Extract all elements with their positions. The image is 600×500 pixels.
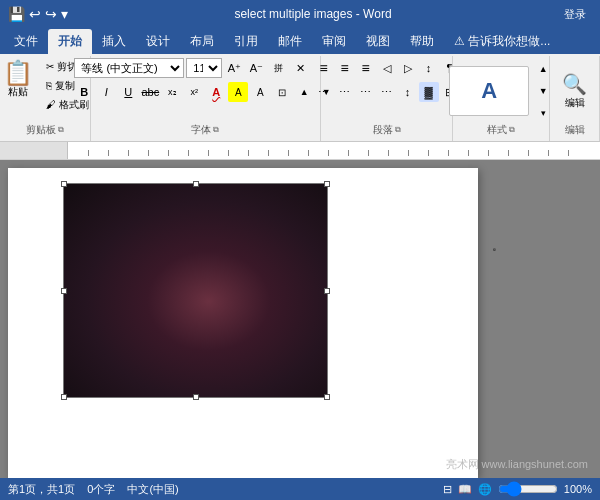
line-spacing-button[interactable]: ↕ bbox=[398, 82, 418, 102]
ruler-main bbox=[68, 142, 600, 159]
font-size-select[interactable]: 11 bbox=[186, 58, 222, 78]
paste-label: 粘贴 bbox=[8, 85, 28, 99]
styles-gallery[interactable]: A bbox=[449, 66, 529, 116]
font-size-input-up[interactable]: ▲ bbox=[294, 82, 314, 102]
highlight-button[interactable]: A bbox=[228, 82, 248, 102]
tab-layout[interactable]: 布局 bbox=[180, 29, 224, 54]
ruler-tick bbox=[368, 150, 369, 156]
view-web-icon[interactable]: 🌐 bbox=[478, 483, 492, 496]
char-border-button[interactable]: ⊡ bbox=[272, 82, 292, 102]
font-size-up-button[interactable]: A⁺ bbox=[224, 58, 244, 78]
zoom-slider[interactable] bbox=[498, 483, 558, 495]
ruler-tick bbox=[468, 150, 469, 156]
font-color-button[interactable]: A bbox=[206, 82, 226, 102]
redo-icon[interactable]: ↪ bbox=[45, 6, 57, 22]
image-handle-bm[interactable] bbox=[193, 394, 199, 400]
styles-group: A ▲ ▼ ▾ 样式 ⧉ bbox=[453, 56, 550, 141]
status-right: ⊟ 📖 🌐 100% bbox=[443, 483, 592, 496]
window-title: select multiple images - Word bbox=[68, 7, 558, 21]
view-read-icon[interactable]: 📖 bbox=[458, 483, 472, 496]
ruler-tick bbox=[448, 150, 449, 156]
justify-button[interactable]: ⋯ bbox=[377, 82, 397, 102]
image-handle-tm[interactable] bbox=[193, 181, 199, 187]
paragraph-controls: ≡ ≡ ≡ ◁ ▷ ↕ ¶ ⋯ ⋯ ⋯ ⋯ ↕ ▓ ⊞ bbox=[314, 58, 460, 123]
ribbon-content: 📋 粘贴 ✂ 剪切 ⎘ 复制 🖌 格式刷 剪贴板 ⧉ bbox=[0, 54, 600, 142]
numbering-button[interactable]: ≡ bbox=[335, 58, 355, 78]
ruler-left bbox=[0, 142, 68, 159]
ruler-tick bbox=[388, 150, 389, 156]
ruler-tick bbox=[128, 150, 129, 156]
paragraph-label: 段落 ⧉ bbox=[373, 123, 401, 139]
styles-expand-icon[interactable]: ⧉ bbox=[509, 125, 515, 135]
find-icon: 🔍 bbox=[562, 72, 587, 96]
bold-button[interactable]: B bbox=[74, 82, 94, 102]
font-name-row: 等线 (中文正文) 11 A⁺ A⁻ 拼 ✕ bbox=[74, 58, 310, 78]
view-layout-icon[interactable]: ⊟ bbox=[443, 483, 452, 496]
ruler-tick bbox=[88, 150, 89, 156]
clipboard-label: 剪贴板 ⧉ bbox=[26, 123, 64, 139]
clipboard-expand-icon[interactable]: ⧉ bbox=[58, 125, 64, 135]
language-info: 中文(中国) bbox=[127, 482, 178, 497]
tab-mailings[interactable]: 邮件 bbox=[268, 29, 312, 54]
undo-icon[interactable]: ↩ bbox=[29, 6, 41, 22]
status-left: 第1页，共1页 0个字 中文(中国) bbox=[8, 482, 179, 497]
tab-file[interactable]: 文件 bbox=[4, 29, 48, 54]
tab-home[interactable]: 开始 bbox=[48, 29, 92, 54]
font-name-select[interactable]: 等线 (中文正文) bbox=[74, 58, 184, 78]
editing-label: 编辑 bbox=[565, 96, 585, 110]
font-expand-icon[interactable]: ⧉ bbox=[213, 125, 219, 135]
align-center-button[interactable]: ⋯ bbox=[335, 82, 355, 102]
tab-references[interactable]: 引用 bbox=[224, 29, 268, 54]
char-shading-button[interactable]: A bbox=[250, 82, 270, 102]
quick-access-toolbar: 💾 ↩ ↪ ▾ bbox=[8, 6, 68, 22]
tab-review[interactable]: 审阅 bbox=[312, 29, 356, 54]
image-handle-br[interactable] bbox=[324, 394, 330, 400]
ruler-tick bbox=[528, 150, 529, 156]
tab-design[interactable]: 设计 bbox=[136, 29, 180, 54]
ruler-tick bbox=[108, 150, 109, 156]
clear-format-button[interactable]: ✕ bbox=[290, 58, 310, 78]
paste-button[interactable]: 📋 粘贴 bbox=[0, 58, 40, 102]
increase-indent-button[interactable]: ▷ bbox=[398, 58, 418, 78]
editing-group: 🔍 编辑 编辑 bbox=[550, 56, 600, 141]
ribbon-tabs: 文件 开始 插入 设计 布局 引用 邮件 审阅 视图 帮助 ⚠ 告诉我你想做..… bbox=[0, 28, 600, 54]
paragraph-expand-icon[interactable]: ⧉ bbox=[395, 125, 401, 135]
image-handle-bl[interactable] bbox=[61, 394, 67, 400]
tab-help[interactable]: 帮助 bbox=[400, 29, 444, 54]
sort-button[interactable]: ↕ bbox=[419, 58, 439, 78]
italic-button[interactable]: I bbox=[96, 82, 116, 102]
save-icon[interactable]: 💾 bbox=[8, 6, 25, 22]
align-left-button[interactable]: ⋯ bbox=[314, 82, 334, 102]
decrease-indent-button[interactable]: ◁ bbox=[377, 58, 397, 78]
login-button[interactable]: 登录 bbox=[558, 5, 592, 24]
inserted-image[interactable] bbox=[63, 183, 328, 398]
image-handle-ml[interactable] bbox=[61, 288, 67, 294]
styles-content: A ▲ ▼ ▾ bbox=[449, 58, 553, 123]
status-bar: 第1页，共1页 0个字 中文(中国) ⊟ 📖 🌐 100% bbox=[0, 478, 600, 500]
font-size-down-button[interactable]: A⁻ bbox=[246, 58, 266, 78]
shading-button[interactable]: ▓ bbox=[419, 82, 439, 102]
superscript-button[interactable]: x² bbox=[184, 82, 204, 102]
tab-tell-me[interactable]: ⚠ 告诉我你想做... bbox=[444, 29, 560, 54]
underline-button[interactable]: U bbox=[118, 82, 138, 102]
copy-icon: ⎘ bbox=[46, 80, 52, 91]
outline-button[interactable]: ≡ bbox=[356, 58, 376, 78]
editing-content: 🔍 编辑 bbox=[555, 58, 594, 123]
title-bar: 💾 ↩ ↪ ▾ select multiple images - Word 登录 bbox=[0, 0, 600, 28]
ruler-tick bbox=[548, 150, 549, 156]
align-right-button[interactable]: ⋯ bbox=[356, 82, 376, 102]
image-handle-mr[interactable] bbox=[324, 288, 330, 294]
customize-icon[interactable]: ▾ bbox=[61, 6, 68, 22]
image-handle-tr[interactable] bbox=[324, 181, 330, 187]
find-button[interactable]: 🔍 编辑 bbox=[555, 68, 594, 114]
phonetic-guide-button[interactable]: 拼 bbox=[268, 58, 288, 78]
subscript-button[interactable]: x₂ bbox=[162, 82, 182, 102]
ruler-tick bbox=[408, 150, 409, 156]
strikethrough-button[interactable]: abc bbox=[140, 82, 160, 102]
tab-insert[interactable]: 插入 bbox=[92, 29, 136, 54]
document-area[interactable]: ⬞ 亮术网 www.liangshunet.com bbox=[0, 160, 600, 478]
format-painter-icon: 🖌 bbox=[46, 99, 56, 110]
bullets-button[interactable]: ≡ bbox=[314, 58, 334, 78]
image-handle-tl[interactable] bbox=[61, 181, 67, 187]
tab-view[interactable]: 视图 bbox=[356, 29, 400, 54]
